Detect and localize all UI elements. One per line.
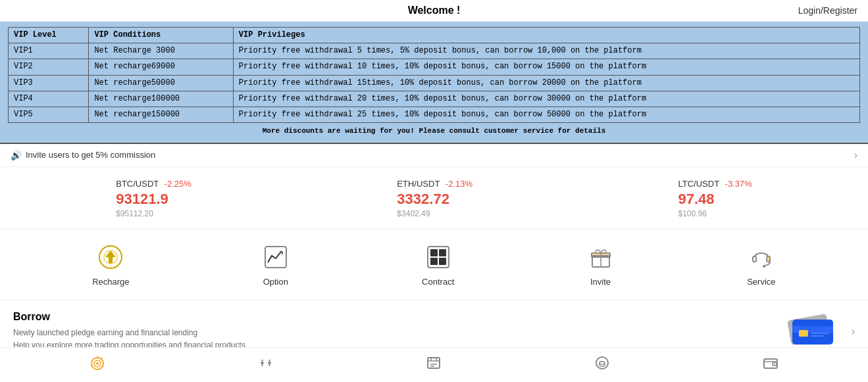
notification-bar[interactable]: 🔊 Invite users to get 5% commission › [0,144,868,167]
action-recharge[interactable]: ◆ Recharge [92,243,129,287]
svg-rect-9 [439,258,446,265]
price-item-eth: ETH/USDT -2.13% 3332.72 $3402.49 [397,178,472,218]
speaker-icon: 🔊 [11,150,22,160]
vip-table: VIP Level VIP Conditions VIP Privileges … [8,27,860,123]
price-pair-btc: BTC/USDT -2.25% [116,178,191,189]
bottom-nav-home[interactable] [89,354,106,375]
svg-rect-17 [767,256,770,262]
option-icon [261,243,290,272]
notif-left: 🔊 Invite users to get 5% commission [11,150,155,160]
price-old-eth: $3402.49 [397,209,472,218]
action-contract-label: Contract [422,277,454,287]
contract-icon [424,243,453,272]
svg-point-29 [96,362,99,365]
bottom-nav-trade[interactable] [425,354,442,375]
action-option-label: Option [263,277,288,287]
svg-rect-7 [439,249,446,256]
price-value-eth: 3332.72 [397,191,472,208]
market-icon [257,354,274,375]
vip-table-row: VIP3Net recharge50000Priority free withd… [9,75,860,91]
notif-chevron-right-icon: › [854,149,857,161]
action-invite[interactable]: Invite [586,243,615,287]
svg-rect-23 [811,335,824,337]
price-pair-eth: ETH/USDT -2.13% [397,178,472,189]
price-item-ltc: LTC/USDT -3.37% 97.48 $100.96 [678,178,752,218]
borrow-chevron-right-icon: › [852,325,855,337]
action-service-label: Service [747,277,775,287]
svg-rect-20 [792,326,833,333]
vip-banner: VIP Level VIP Conditions VIP Privileges … [0,22,868,144]
svg-rect-21 [799,330,808,337]
svg-rect-22 [811,333,829,334]
borrow-info: Borrow Newly launched pledge earning and… [13,311,773,352]
trade-icon [425,354,442,375]
vip-table-row: VIP4Net recharge100000Priority free with… [9,91,860,107]
svg-text:◆: ◆ [107,254,114,261]
action-recharge-label: Recharge [92,277,129,287]
bottom-nav [0,347,868,382]
svg-point-16 [763,265,765,268]
wallet-icon [762,354,779,375]
price-section: BTC/USDT -2.25% 93121.9 $95112.20 ETH/US… [0,167,868,229]
action-invite-label: Invite [590,277,611,287]
svg-point-43 [774,364,775,365]
vip-notice: More discounts are waiting for you! Plea… [8,126,860,137]
svg-rect-13 [592,253,609,255]
header-title: Welcome ! [408,5,461,16]
borrow-card-icon [786,312,838,351]
svg-point-40 [596,357,608,369]
price-value-ltc: 97.48 [678,191,752,208]
header: Welcome ! Login/Register [0,0,868,22]
price-value-btc: 93121.9 [116,191,191,208]
home-icon [89,354,106,375]
vip-table-row: VIP2Net recharge69000Priority free withd… [9,59,860,75]
price-old-ltc: $100.96 [678,209,752,218]
borrow-desc1: Newly launched pledge earning and financ… [13,327,773,339]
login-register-button[interactable]: Login/Register [798,5,857,16]
bottom-nav-market[interactable] [257,354,274,375]
bottom-nav-assets[interactable] [594,354,611,375]
price-old-btc: $95112.20 [116,209,191,218]
invite-icon [586,243,615,272]
svg-rect-8 [430,258,438,265]
svg-rect-41 [764,359,777,368]
assets-icon [594,354,611,375]
action-option[interactable]: Option [261,243,290,287]
vip-table-row: VIP5Net recharge150000Priority free with… [9,107,860,122]
notification-text: Invite users to get 5% commission [26,150,155,160]
borrow-title: Borrow [13,311,773,323]
price-item-btc: BTC/USDT -2.25% 93121.9 $95112.20 [116,178,191,218]
action-service[interactable]: Service [747,243,776,287]
recharge-icon: ◆ [96,243,125,272]
svg-line-27 [101,358,103,360]
svg-rect-6 [430,249,438,256]
price-pair-ltc: LTC/USDT -3.37% [678,178,752,189]
svg-rect-4 [265,247,286,268]
action-contract[interactable]: Contract [422,243,454,287]
vip-table-row: VIP1Net Recharge 3000Priority free withd… [9,43,860,59]
actions-section: ◆ Recharge Option Contract [0,229,868,300]
svg-rect-14 [753,256,756,262]
bottom-nav-wallet[interactable] [762,354,779,375]
service-icon [747,243,776,272]
